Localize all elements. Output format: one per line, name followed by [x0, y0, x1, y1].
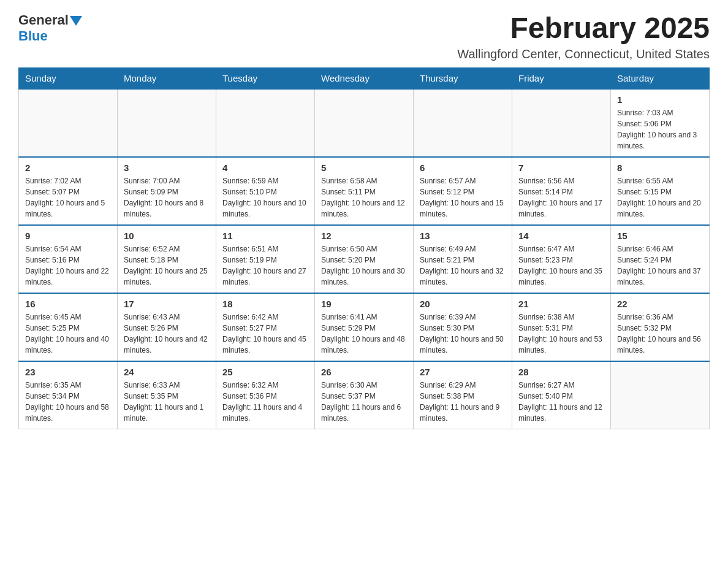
day-number: 15	[617, 231, 703, 241]
day-number: 12	[321, 231, 407, 241]
calendar-cell: 24Sunrise: 6:33 AM Sunset: 5:35 PM Dayli…	[118, 361, 216, 429]
day-info: Sunrise: 6:57 AM Sunset: 5:12 PM Dayligh…	[420, 175, 506, 220]
logo: General Blue	[18, 12, 82, 44]
day-number: 13	[420, 231, 506, 241]
day-number: 6	[420, 163, 506, 173]
calendar-header-row: SundayMondayTuesdayWednesdayThursdayFrid…	[19, 67, 710, 89]
calendar-cell: 25Sunrise: 6:32 AM Sunset: 5:36 PM Dayli…	[216, 361, 315, 429]
calendar-table: SundayMondayTuesdayWednesdayThursdayFrid…	[18, 67, 710, 429]
day-info: Sunrise: 7:03 AM Sunset: 5:06 PM Dayligh…	[617, 107, 703, 151]
day-info: Sunrise: 6:47 AM Sunset: 5:23 PM Dayligh…	[518, 243, 604, 288]
day-info: Sunrise: 6:50 AM Sunset: 5:20 PM Dayligh…	[321, 243, 407, 288]
day-info: Sunrise: 6:38 AM Sunset: 5:31 PM Dayligh…	[518, 312, 604, 356]
day-info: Sunrise: 6:41 AM Sunset: 5:29 PM Dayligh…	[321, 312, 407, 356]
weekday-header-friday: Friday	[512, 67, 611, 89]
calendar-cell: 10Sunrise: 6:52 AM Sunset: 5:18 PM Dayli…	[118, 225, 216, 293]
day-number: 8	[617, 163, 703, 173]
day-info: Sunrise: 6:35 AM Sunset: 5:34 PM Dayligh…	[25, 380, 111, 424]
day-info: Sunrise: 6:55 AM Sunset: 5:15 PM Dayligh…	[617, 175, 703, 220]
calendar-cell: 28Sunrise: 6:27 AM Sunset: 5:40 PM Dayli…	[512, 361, 611, 429]
day-info: Sunrise: 6:52 AM Sunset: 5:18 PM Dayligh…	[124, 243, 210, 288]
calendar-cell	[118, 89, 216, 157]
month-title: February 2025	[457, 12, 710, 45]
calendar-cell: 13Sunrise: 6:49 AM Sunset: 5:21 PM Dayli…	[414, 225, 512, 293]
calendar-cell: 20Sunrise: 6:39 AM Sunset: 5:30 PM Dayli…	[414, 293, 512, 361]
day-number: 16	[25, 299, 111, 309]
calendar-cell	[315, 89, 414, 157]
weekday-header-saturday: Saturday	[611, 67, 710, 89]
day-number: 10	[124, 231, 210, 241]
calendar-cell: 11Sunrise: 6:51 AM Sunset: 5:19 PM Dayli…	[216, 225, 315, 293]
day-info: Sunrise: 6:49 AM Sunset: 5:21 PM Dayligh…	[420, 243, 506, 288]
day-info: Sunrise: 6:58 AM Sunset: 5:11 PM Dayligh…	[321, 175, 407, 220]
calendar-cell: 6Sunrise: 6:57 AM Sunset: 5:12 PM Daylig…	[414, 157, 512, 225]
calendar-week-2: 2Sunrise: 7:02 AM Sunset: 5:07 PM Daylig…	[19, 157, 710, 225]
calendar-cell: 1Sunrise: 7:03 AM Sunset: 5:06 PM Daylig…	[611, 89, 710, 157]
day-info: Sunrise: 6:42 AM Sunset: 5:27 PM Dayligh…	[222, 312, 308, 356]
logo-triangle-icon	[69, 15, 82, 26]
title-section: February 2025 Wallingford Center, Connec…	[457, 12, 710, 61]
day-info: Sunrise: 6:56 AM Sunset: 5:14 PM Dayligh…	[518, 175, 604, 220]
day-info: Sunrise: 6:32 AM Sunset: 5:36 PM Dayligh…	[222, 380, 308, 424]
day-info: Sunrise: 7:00 AM Sunset: 5:09 PM Dayligh…	[124, 175, 210, 220]
day-info: Sunrise: 6:33 AM Sunset: 5:35 PM Dayligh…	[124, 380, 210, 424]
day-info: Sunrise: 6:46 AM Sunset: 5:24 PM Dayligh…	[617, 243, 703, 288]
day-info: Sunrise: 6:51 AM Sunset: 5:19 PM Dayligh…	[222, 243, 308, 288]
calendar-cell: 5Sunrise: 6:58 AM Sunset: 5:11 PM Daylig…	[315, 157, 414, 225]
calendar-cell: 21Sunrise: 6:38 AM Sunset: 5:31 PM Dayli…	[512, 293, 611, 361]
day-number: 25	[222, 367, 308, 377]
calendar-cell: 15Sunrise: 6:46 AM Sunset: 5:24 PM Dayli…	[611, 225, 710, 293]
weekday-header-sunday: Sunday	[19, 67, 118, 89]
calendar-cell: 4Sunrise: 6:59 AM Sunset: 5:10 PM Daylig…	[216, 157, 315, 225]
calendar-cell: 14Sunrise: 6:47 AM Sunset: 5:23 PM Dayli…	[512, 225, 611, 293]
day-info: Sunrise: 6:36 AM Sunset: 5:32 PM Dayligh…	[617, 312, 703, 356]
calendar-week-1: 1Sunrise: 7:03 AM Sunset: 5:06 PM Daylig…	[19, 89, 710, 157]
day-info: Sunrise: 6:29 AM Sunset: 5:38 PM Dayligh…	[420, 380, 506, 424]
calendar-cell: 12Sunrise: 6:50 AM Sunset: 5:20 PM Dayli…	[315, 225, 414, 293]
calendar-cell: 8Sunrise: 6:55 AM Sunset: 5:15 PM Daylig…	[611, 157, 710, 225]
day-info: Sunrise: 6:43 AM Sunset: 5:26 PM Dayligh…	[124, 312, 210, 356]
day-number: 1	[617, 94, 703, 105]
page-header: General Blue February 2025 Wallingford C…	[18, 12, 710, 61]
day-number: 23	[25, 367, 111, 377]
day-number: 7	[518, 163, 604, 173]
day-info: Sunrise: 6:39 AM Sunset: 5:30 PM Dayligh…	[420, 312, 506, 356]
day-number: 26	[321, 367, 407, 377]
calendar-cell	[19, 89, 118, 157]
day-info: Sunrise: 6:59 AM Sunset: 5:10 PM Dayligh…	[222, 175, 308, 220]
calendar-cell: 22Sunrise: 6:36 AM Sunset: 5:32 PM Dayli…	[611, 293, 710, 361]
calendar-cell: 16Sunrise: 6:45 AM Sunset: 5:25 PM Dayli…	[19, 293, 118, 361]
calendar-cell: 19Sunrise: 6:41 AM Sunset: 5:29 PM Dayli…	[315, 293, 414, 361]
day-info: Sunrise: 6:27 AM Sunset: 5:40 PM Dayligh…	[518, 380, 604, 424]
weekday-header-wednesday: Wednesday	[315, 67, 414, 89]
day-number: 2	[25, 163, 111, 173]
calendar-week-5: 23Sunrise: 6:35 AM Sunset: 5:34 PM Dayli…	[19, 361, 710, 429]
weekday-header-monday: Monday	[118, 67, 216, 89]
calendar-cell: 18Sunrise: 6:42 AM Sunset: 5:27 PM Dayli…	[216, 293, 315, 361]
calendar-week-3: 9Sunrise: 6:54 AM Sunset: 5:16 PM Daylig…	[19, 225, 710, 293]
day-number: 20	[420, 299, 506, 309]
calendar-cell: 26Sunrise: 6:30 AM Sunset: 5:37 PM Dayli…	[315, 361, 414, 429]
day-number: 27	[420, 367, 506, 377]
day-number: 22	[617, 299, 703, 309]
day-number: 19	[321, 299, 407, 309]
day-info: Sunrise: 6:54 AM Sunset: 5:16 PM Dayligh…	[25, 243, 111, 288]
day-number: 21	[518, 299, 604, 309]
day-info: Sunrise: 7:02 AM Sunset: 5:07 PM Dayligh…	[25, 175, 111, 220]
day-number: 17	[124, 299, 210, 309]
day-number: 3	[124, 163, 210, 173]
calendar-cell	[216, 89, 315, 157]
calendar-cell: 27Sunrise: 6:29 AM Sunset: 5:38 PM Dayli…	[414, 361, 512, 429]
day-info: Sunrise: 6:30 AM Sunset: 5:37 PM Dayligh…	[321, 380, 407, 424]
calendar-cell: 9Sunrise: 6:54 AM Sunset: 5:16 PM Daylig…	[19, 225, 118, 293]
calendar-week-4: 16Sunrise: 6:45 AM Sunset: 5:25 PM Dayli…	[19, 293, 710, 361]
calendar-cell	[512, 89, 611, 157]
calendar-cell: 17Sunrise: 6:43 AM Sunset: 5:26 PM Dayli…	[118, 293, 216, 361]
day-number: 24	[124, 367, 210, 377]
day-info: Sunrise: 6:45 AM Sunset: 5:25 PM Dayligh…	[25, 312, 111, 356]
day-number: 14	[518, 231, 604, 241]
weekday-header-thursday: Thursday	[414, 67, 512, 89]
day-number: 4	[222, 163, 308, 173]
day-number: 5	[321, 163, 407, 173]
calendar-cell: 23Sunrise: 6:35 AM Sunset: 5:34 PM Dayli…	[19, 361, 118, 429]
